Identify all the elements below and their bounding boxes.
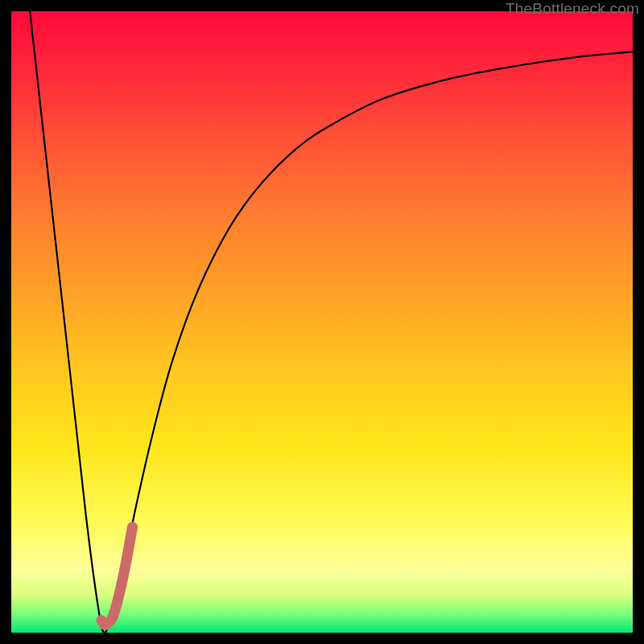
chart-svg [11,11,633,633]
chart-frame: TheBottleneck.com [0,0,644,644]
highlight-segment [101,527,133,625]
bottleneck-curve [30,11,633,633]
watermark-text: TheBottleneck.com [506,0,639,18]
plot-area [11,11,633,633]
